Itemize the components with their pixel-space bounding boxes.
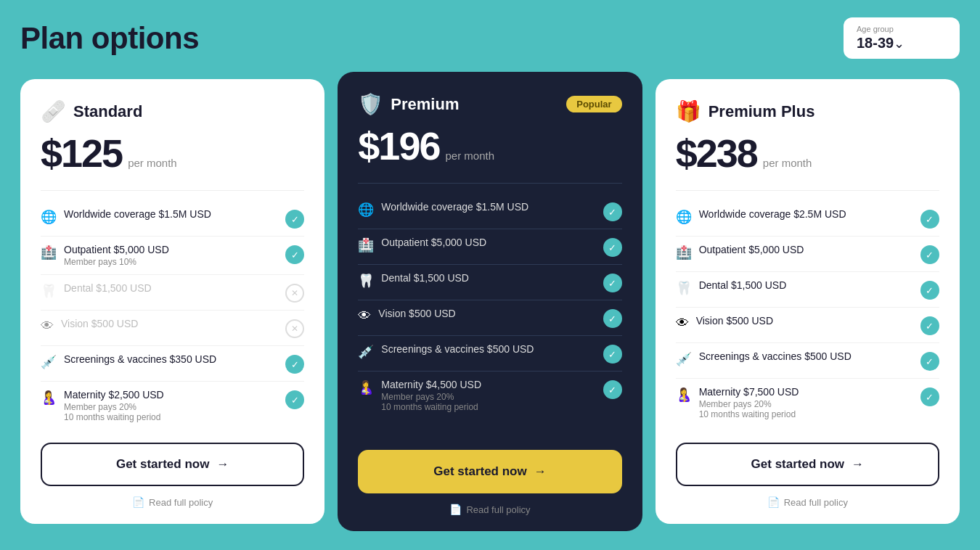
list-item: 👁 Vision $500 USD ✓ [676,308,939,343]
read-policy-premium[interactable]: 📄 Read full policy [358,504,621,515]
plan-price-row-standard: $125 per month [41,131,304,176]
document-icon: 📄 [132,496,144,508]
list-item: 💉 Screenings & vaccines $500 USD ✓ [358,336,621,372]
check-icon: ✓ [603,274,622,292]
plan-per-month-premium-plus: per month [763,157,812,169]
page-header: Plan options Age group 18-39 ⌄ [20,17,960,59]
plan-header-premium: 🛡️ Premium Popular [358,92,621,116]
list-item: 🦷 Dental $1,500 USD ✕ [41,275,304,311]
arrow-icon: → [534,464,547,479]
list-item: 🦷 Dental $1,500 USD ✓ [358,265,621,300]
get-started-button-premium[interactable]: Get started now → [358,450,621,493]
plan-icon-standard: 🩹 [41,99,66,123]
read-policy-premium-plus[interactable]: 📄 Read full policy [676,496,939,508]
feature-subtext: Member pays 20%10 months waiting period [381,392,481,412]
feature-name: Worldwide coverage $2.5M USD [699,208,846,220]
document-icon: 📄 [449,504,462,515]
feature-name: Dental $1,500 USD [699,279,787,291]
dental-icon: 🦷 [358,273,374,289]
plans-container: 🩹 Standard $125 per month 🌐 Worldwide co… [20,79,960,524]
cross-icon: ✕ [285,319,304,338]
check-icon: ✓ [285,355,304,374]
check-icon: ✓ [603,202,622,221]
list-item: 🤱 Maternity $4,500 USD Member pays 20%10… [358,372,621,419]
globe-icon: 🌐 [41,209,57,225]
list-item: 🌐 Worldwide coverage $1.5M USD ✓ [41,201,304,237]
list-item: 👁 Vision $500 USD ✕ [41,311,304,346]
check-icon: ✓ [285,390,304,409]
list-item: 💉 Screenings & vaccines $350 USD ✓ [41,346,304,382]
cta-section-premium: Get started now → 📄 Read full policy [358,450,621,515]
vaccine-icon: 💉 [358,344,374,360]
cta-label: Get started now [433,464,526,479]
feature-name: Worldwide coverage $1.5M USD [381,201,528,213]
check-icon: ✓ [603,380,622,399]
plan-price-standard: $125 [41,131,122,176]
plan-header-premium-plus: 🎁 Premium Plus [676,99,939,123]
plan-price-premium: $196 [358,123,439,168]
plan-name-premium-plus: Premium Plus [709,102,815,121]
feature-subtext: Member pays 10% [64,257,169,267]
cta-section-standard: Get started now → 📄 Read full policy [41,443,304,508]
cta-label: Get started now [751,457,844,472]
feature-name: Maternity $7,500 USD [699,386,799,398]
check-icon: ✓ [603,238,622,257]
read-policy-label: Read full policy [466,504,530,515]
plan-divider-premium [358,183,621,184]
list-item: 👁 Vision $500 USD ✓ [358,300,621,336]
read-policy-standard[interactable]: 📄 Read full policy [41,496,304,508]
hospital-icon: 🏥 [358,237,374,253]
feature-name: Dental $1,500 USD [381,272,469,284]
dental-icon: 🦷 [41,283,57,299]
cta-label: Get started now [116,457,209,472]
vaccine-icon: 💉 [676,351,692,367]
globe-icon: 🌐 [676,209,692,225]
feature-name: Maternity $2,500 USD [64,389,164,401]
cta-section-premium-plus: Get started now → 📄 Read full policy [676,443,939,508]
check-icon: ✓ [920,387,939,406]
vision-icon: 👁 [676,316,689,331]
popular-badge: Popular [566,96,621,112]
maternity-icon: 🤱 [358,379,374,395]
features-list-premium: 🌐 Worldwide coverage $1.5M USD ✓ 🏥 Outpa… [358,194,621,437]
features-list-premium-plus: 🌐 Worldwide coverage $2.5M USD ✓ 🏥 Outpa… [676,201,939,430]
plan-icon-premium: 🛡️ [358,92,383,116]
list-item: 🌐 Worldwide coverage $1.5M USD ✓ [358,194,621,229]
vision-icon: 👁 [358,308,371,324]
list-item: 🌐 Worldwide coverage $2.5M USD ✓ [676,201,939,237]
hospital-icon: 🏥 [676,245,692,260]
features-list-standard: 🌐 Worldwide coverage $1.5M USD ✓ 🏥 Outpa… [41,201,304,430]
vaccine-icon: 💉 [41,354,57,370]
get-started-button-standard[interactable]: Get started now → [41,443,304,486]
feature-name: Outpatient $5,000 USD [381,237,486,248]
feature-name: Outpatient $5,000 USD [64,244,169,255]
feature-name: Screenings & vaccines $500 USD [381,343,534,355]
get-started-button-premium-plus[interactable]: Get started now → [676,443,939,486]
list-item: 🤱 Maternity $2,500 USD Member pays 20%10… [41,382,304,430]
globe-icon: 🌐 [358,202,374,218]
check-icon: ✓ [920,316,939,335]
chevron-down-icon: ⌄ [894,36,905,52]
plan-card-premium-plus: 🎁 Premium Plus $238 per month 🌐 Worldwid… [656,79,960,524]
list-item: 🏥 Outpatient $5,000 USD ✓ [676,237,939,272]
check-icon: ✓ [603,345,622,364]
plan-per-month-premium: per month [445,149,494,162]
age-group-value: 18-39 [857,35,894,52]
maternity-icon: 🤱 [676,387,692,403]
arrow-icon: → [852,457,864,472]
age-group-value-row: 18-39 ⌄ [857,35,905,52]
feature-name: Screenings & vaccines $350 USD [64,353,216,365]
vision-icon: 👁 [41,319,54,334]
age-group-selector[interactable]: Age group 18-39 ⌄ [844,17,960,59]
plan-header-standard: 🩹 Standard [41,99,304,123]
check-icon: ✓ [920,210,939,229]
plan-per-month-standard: per month [128,157,177,169]
cross-icon: ✕ [285,284,304,303]
read-policy-label: Read full policy [784,497,848,508]
feature-name: Vision $500 USD [61,318,138,329]
check-icon: ✓ [285,210,304,229]
plan-name-premium: Premium [391,95,459,114]
list-item: 💉 Screenings & vaccines $500 USD ✓ [676,343,939,379]
age-group-label: Age group [857,25,894,33]
dental-icon: 🦷 [676,280,692,296]
